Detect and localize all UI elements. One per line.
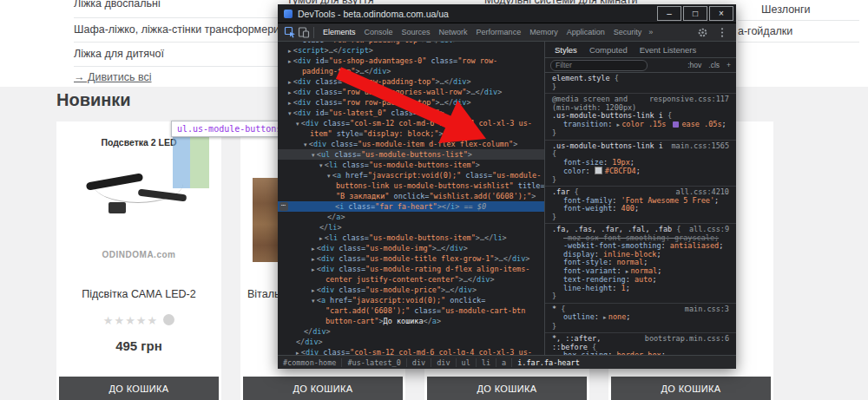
tree-row[interactable]: item" style="display: block;">: [278, 128, 544, 139]
tree-row[interactable]: ▾ <div class="us-module-item d-flex flex…: [278, 139, 544, 149]
tab-security[interactable]: Security: [609, 23, 647, 41]
menu-item-wardrobe-beds[interactable]: Шафа-ліжко, ліжка-стінки трансформери: [74, 23, 279, 36]
tree-row[interactable]: ▾ <a href="javascript:void(0);" class="u…: [278, 170, 544, 180]
css-property[interactable]: transition: ▸ color .15s ease .05s;: [552, 121, 729, 130]
styles-filter-input[interactable]: [550, 60, 648, 71]
menu-item-loungers[interactable]: Шезлонги: [761, 3, 811, 16]
css-source-link[interactable]: main.css:1565: [671, 142, 729, 151]
tree-row[interactable]: ▾ <div id="us-latest_0" class="row">: [278, 108, 544, 118]
css-selector[interactable]: .us-module-buttons-link i: [552, 111, 663, 120]
tree-row[interactable]: ▸ <div class="us-module-img">…</div>: [278, 243, 544, 253]
tree-row[interactable]: ▸ <div class="row row-padding-top">…</di…: [278, 76, 544, 87]
product-title[interactable]: Підсвітка САМА LED-2: [56, 288, 221, 300]
tree-row[interactable]: ▾ <a href="javascript:void(0);" onclick=: [278, 295, 544, 305]
breadcrumb-ul[interactable]: ul: [456, 358, 476, 367]
css-property[interactable]: outline: ▸ none;: [552, 313, 729, 323]
tree-row[interactable]: ▸ <div class="us-module-price">…</div>: [278, 285, 544, 295]
devtools-window: DevTools - beta.odindoma.com.ua/ua – □ ×…: [278, 4, 736, 369]
menu-item-view-all[interactable]: → Дивитись всі: [74, 71, 152, 83]
maximize-button[interactable]: □: [683, 6, 707, 21]
css-source-link[interactable]: bootstrap.min.css:6: [645, 335, 729, 344]
sidebar-tab-event-listeners[interactable]: Event Listeners: [634, 45, 702, 55]
css-property[interactable]: color: #CBCFD4;: [552, 167, 729, 176]
tree-row[interactable]: padding-top">…</div>: [278, 66, 544, 76]
add-to-cart-button[interactable]: ДО КОШИКА: [427, 377, 587, 400]
tree-row-selected[interactable]: ⋯<i class="far fa-heart"></i> == $0: [278, 201, 544, 212]
tree-row[interactable]: </div>: [278, 326, 544, 337]
css-rule: main.css:1565.us-module-buttons-link i {…: [545, 140, 736, 187]
tree-row[interactable]: "В закладки" onclick="wishlist.add('6608…: [278, 191, 544, 201]
tree-row[interactable]: buttons-link us-module-buttons-wishlist"…: [278, 180, 544, 191]
pseudo-button-[interactable]: +: [727, 61, 731, 69]
tree-row[interactable]: ▸ <div class="us-module-rating d-flex al…: [278, 264, 544, 274]
breadcrumb-div[interactable]: div: [431, 358, 455, 367]
tree-row[interactable]: </li>: [278, 222, 544, 233]
css-source-link[interactable]: responsive.css:117: [649, 95, 729, 104]
tab-network[interactable]: Network: [435, 23, 472, 41]
add-to-cart-button[interactable]: ДО КОШИКА: [611, 377, 771, 400]
tree-row[interactable]: button-cart">До кошика</a>: [278, 316, 544, 326]
menu-item-kids-beds[interactable]: Ліжка для дитячої: [74, 48, 164, 60]
menu-item-beds-double[interactable]: Ліжка двоспальні: [74, 0, 161, 10]
css-selector[interactable]: element.style: [552, 74, 610, 82]
add-to-cart-button[interactable]: ДО КОШИКА: [243, 377, 403, 400]
color-swatch[interactable]: [595, 167, 602, 174]
tree-row[interactable]: ▸ <script>…</script>: [278, 45, 544, 56]
breadcrumb-a[interactable]: a: [496, 358, 511, 367]
tree-row[interactable]: </a>: [278, 212, 544, 222]
devtools-toolbar: ElementsConsoleSourcesNetworkPerformance…: [278, 23, 736, 42]
breadcrumb-li[interactable]: li: [476, 358, 496, 367]
tab-performance[interactable]: Performance: [472, 23, 526, 41]
breadcrumb-common-home[interactable]: #common-home: [278, 358, 341, 367]
more-tabs-icon[interactable]: »: [646, 28, 655, 36]
device-toolbar-icon[interactable]: [297, 26, 311, 39]
product-price: 495 грн: [56, 338, 221, 353]
tree-row[interactable]: ▾ <ul class="us-module-buttons-list">: [278, 149, 544, 160]
css-property[interactable]: font-size: 19px;: [552, 159, 729, 167]
tab-memory[interactable]: Memory: [525, 23, 562, 41]
menu-item-rocking-chairs[interactable]: а-гойдалки: [738, 25, 792, 37]
close-button[interactable]: ×: [709, 6, 733, 21]
breadcrumb-us-latest_0[interactable]: #us-latest_0: [341, 358, 405, 367]
tree-row[interactable]: ▸ <li class="us-module-buttons-item">…</…: [278, 233, 544, 243]
pseudo-button-hov[interactable]: :hov: [687, 61, 701, 69]
node-actions-icon[interactable]: ⋯: [279, 202, 288, 211]
tree-row[interactable]: ▸ <div class="row us-categories-wall-row…: [278, 87, 544, 97]
minimize-button[interactable]: –: [657, 6, 681, 21]
tree-row[interactable]: ▸ <div class="us-module-title flex-grow-…: [278, 253, 544, 264]
menu-divider: [74, 42, 278, 43]
sidebar-tab-computed[interactable]: Computed: [583, 45, 634, 55]
devtools-titlebar[interactable]: DevTools - beta.odindoma.com.ua/ua – □ ×: [278, 4, 736, 23]
tree-row[interactable]: ▸ <div class="row row-padding-top">…</di…: [278, 97, 544, 108]
menu-divider: [738, 42, 859, 43]
tree-row[interactable]: center justify-content-center">…</div>: [278, 274, 544, 285]
tree-row[interactable]: ▾ <div class="col-sm-12 col-md-6 col-lg-…: [278, 118, 544, 128]
inspect-element-icon[interactable]: [283, 26, 297, 39]
css-selector[interactable]: .far: [552, 187, 569, 196]
pseudo-button-cls[interactable]: .cls: [708, 61, 720, 69]
tree-row[interactable]: </div>: [278, 337, 544, 347]
css-selector[interactable]: .us-module-buttons-link i: [552, 141, 663, 150]
kebab-menu-icon[interactable]: [715, 26, 729, 39]
tree-row[interactable]: ▾ <li class="us-module-buttons-item">: [278, 160, 544, 170]
bezier-editor-icon[interactable]: [673, 121, 679, 128]
tree-row[interactable]: "cart.add('6608');" class="us-module-car…: [278, 305, 544, 316]
css-property[interactable]: font-weight: 400;: [552, 205, 729, 213]
settings-gear-icon[interactable]: [695, 26, 709, 39]
css-property[interactable]: line-height: 1;: [552, 285, 729, 293]
tab-sources[interactable]: Sources: [398, 23, 435, 41]
tab-elements[interactable]: Elements: [319, 23, 360, 41]
breadcrumb-div[interactable]: div: [406, 358, 431, 367]
breadcrumb-ifarfa-heart[interactable]: i.far.fa-heart: [511, 358, 585, 367]
tab-console[interactable]: Console: [360, 23, 398, 41]
css-selector[interactable]: .fa, .fas, .far, .fal, .fab: [552, 225, 672, 233]
sidebar-tab-styles[interactable]: Styles: [549, 45, 583, 55]
css-source-link[interactable]: main.css:3: [685, 305, 729, 314]
devtools-tabs: ElementsConsoleSourcesNetworkPerformance…: [319, 23, 646, 41]
tab-application[interactable]: Application: [562, 23, 609, 41]
css-selector-line[interactable]: element.style {: [552, 75, 729, 83]
add-to-cart-button[interactable]: ДО КОШИКА: [59, 377, 219, 400]
tree-row[interactable]: ▸ <div class="col-sm-12 col-md-6 col-lg-…: [278, 347, 544, 355]
tree-row[interactable]: ▸ <div id="us-shop-advantages-0" class="…: [278, 56, 544, 66]
devtools-window-title: DevTools - beta.odindoma.com.ua/ua: [298, 9, 449, 19]
